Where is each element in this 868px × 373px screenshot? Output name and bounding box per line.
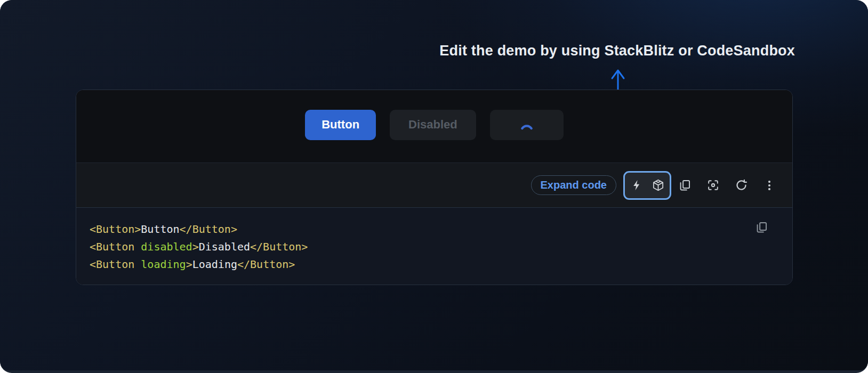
expand-code-button[interactable]: Expand code (531, 175, 616, 195)
focus-icon (706, 179, 720, 192)
copy-code-button[interactable] (754, 220, 768, 234)
code-block: <Button>Button</Button><Button disabled>… (76, 208, 792, 285)
code-line: <Button disabled>Disabled</Button> (90, 238, 779, 256)
copy-icon (678, 179, 692, 192)
refresh-button[interactable] (734, 179, 748, 192)
more-icon (763, 179, 776, 192)
editor-icons-group (623, 171, 671, 200)
more-button[interactable] (762, 179, 776, 192)
focus-button[interactable] (706, 179, 720, 192)
codesandbox-icon (652, 179, 665, 192)
stackblitz-button[interactable] (630, 179, 644, 192)
stackblitz-icon (631, 179, 643, 191)
code-snippet: <Button>Button</Button><Button disabled>… (90, 221, 779, 273)
annotation-label: Edit the demo by using StackBlitz or Cod… (439, 43, 795, 59)
demo-button-loading[interactable] (490, 110, 564, 140)
demo-card: Button Disabled Expand code (76, 90, 793, 285)
demo-button-primary-label: Button (322, 118, 359, 132)
demo-toolbar: Expand code (76, 163, 792, 208)
code-line: <Button>Button</Button> (90, 221, 779, 238)
demo-preview: Button Disabled (76, 90, 792, 163)
refresh-icon (735, 179, 748, 192)
screenshot-frame: Edit the demo by using StackBlitz or Cod… (0, 0, 868, 373)
copy-icon (755, 221, 768, 234)
codesandbox-button[interactable] (651, 179, 665, 192)
demo-button-disabled[interactable]: Disabled (390, 110, 476, 140)
code-line: <Button loading>Loading</Button> (90, 256, 779, 273)
demo-button-disabled-label: Disabled (408, 118, 457, 132)
demo-button-primary[interactable]: Button (305, 110, 376, 140)
copy-button[interactable] (678, 179, 692, 192)
loading-spinner-icon (519, 120, 534, 130)
